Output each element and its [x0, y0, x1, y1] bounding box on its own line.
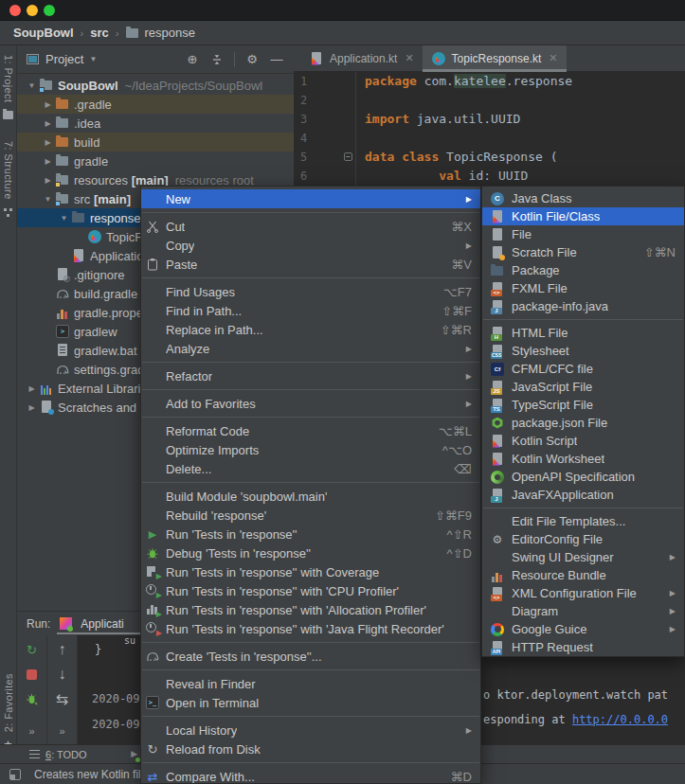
menu-item-run-tests-in-response-with-coverage[interactable]: ▶Run 'Tests in 'response'' with Coverage: [141, 562, 480, 581]
menu-item-html-file[interactable]: HHTML File: [482, 324, 684, 342]
chevron-down-icon[interactable]: ▼: [89, 55, 97, 63]
menu-item-reformat-code[interactable]: Reformat Code⌥⌘L: [141, 421, 480, 440]
arrow-up-icon[interactable]: ↑: [55, 642, 70, 657]
gear-icon[interactable]: ⚙: [243, 52, 261, 66]
menu-item-reload-from-disk[interactable]: ↻Reload from Disk: [141, 739, 480, 758]
breadcrumb-src[interactable]: src: [90, 26, 109, 40]
tab-todo[interactable]: 6: TODO: [21, 745, 95, 763]
menu-item-cut[interactable]: Cut⌘X: [141, 217, 480, 236]
menu-item-create-tests-in-response[interactable]: Create 'Tests in 'response''...: [141, 647, 480, 666]
tab-application-kt[interactable]: Application.kt ✕: [300, 45, 423, 71]
expand-arrow-icon[interactable]: ▶: [25, 384, 39, 393]
hide-panel-icon[interactable]: —: [267, 52, 286, 66]
menu-item-kotlin-file-class[interactable]: Kotlin File/Class: [482, 207, 684, 225]
menu-item-analyze[interactable]: Analyze▶: [141, 339, 480, 358]
locate-icon[interactable]: ⊕: [183, 52, 202, 66]
collapse-arrow-icon[interactable]: ▼: [41, 195, 55, 204]
menu-item-google-guice[interactable]: Google Guice▶: [482, 620, 684, 638]
menu-item-fxml-file[interactable]: <>FXML File: [482, 279, 684, 297]
menu-item-debug-tests-in-response[interactable]: Debug 'Tests in 'response''^⇧D: [141, 543, 480, 562]
menu-item-add-to-favorites[interactable]: Add to Favorites▶: [141, 394, 480, 413]
breadcrumb-response[interactable]: response: [144, 26, 194, 40]
close-window-button[interactable]: [9, 5, 21, 16]
menu-item-refactor[interactable]: Refactor▶: [141, 366, 480, 385]
run-config-name[interactable]: Applicati: [81, 617, 123, 631]
menu-item-java-class[interactable]: CJava Class: [482, 189, 684, 207]
menu-item-editorconfig-file[interactable]: ⚙EditorConfig File: [482, 530, 684, 548]
expand-arrow-icon[interactable]: ▶: [41, 100, 55, 109]
menu-item-swing-ui-designer[interactable]: Swing UI Designer▶: [482, 548, 684, 566]
rerun-icon[interactable]: ↻: [25, 642, 40, 657]
zoom-window-button[interactable]: [44, 5, 55, 16]
fold-marker-icon[interactable]: −: [344, 152, 352, 161]
menu-item-resource-bundle[interactable]: Resource Bundle: [482, 566, 684, 584]
menu-item-delete[interactable]: Delete...⌫: [141, 459, 480, 478]
menu-item-package-info-java[interactable]: Jpackage-info.java: [482, 297, 684, 315]
collapse-all-icon[interactable]: [207, 54, 226, 65]
menu-item-http-request[interactable]: APIHTTP Request: [482, 638, 684, 656]
menu-item-cfml-cfc-file[interactable]: CfCFML/CFC file: [482, 360, 684, 378]
tree-item-idea[interactable]: ▶.idea: [17, 114, 294, 133]
rerun-failed-tests-icon[interactable]: [25, 691, 40, 706]
menu-item-file[interactable]: File: [482, 225, 684, 243]
tree-item-build[interactable]: ▶build: [17, 133, 294, 151]
tool-window-switcher-icon[interactable]: [8, 767, 23, 782]
menu-item-package-json-file[interactable]: package.json File: [482, 414, 684, 432]
menu-item-xml-configuration-file[interactable]: <>XML Configuration File▶: [482, 584, 684, 602]
menu-item-rebuild-response[interactable]: Rebuild 'response'⇧⌘F9: [141, 506, 480, 525]
tree-item-soupbowl[interactable]: ▼SoupBowl~/IdeaProjects/SoupBowl: [17, 76, 294, 95]
console-link[interactable]: http://0.0.0.0: [572, 713, 668, 726]
menu-item-optimize-imports[interactable]: Optimize Imports^⌥O: [141, 440, 480, 459]
code-area[interactable]: 1package com.katelee.response23import ja…: [294, 72, 685, 186]
code-line-5[interactable]: 5−data class TopicResponse (: [294, 148, 685, 167]
minimize-window-button[interactable]: [27, 5, 38, 16]
menu-item-scratch-file[interactable]: Scratch File⇧⌘N: [482, 243, 684, 261]
menu-item-openapi-specification[interactable]: OpenAPI Specification: [482, 468, 684, 486]
menu-item-kotlin-worksheet[interactable]: Kotlin Worksheet: [482, 450, 684, 468]
expand-arrow-icon[interactable]: ▶: [41, 176, 55, 185]
menu-item-copy[interactable]: Copy▶: [141, 236, 480, 255]
menu-item-open-in-terminal[interactable]: >_Open in Terminal: [141, 693, 480, 712]
menu-item-local-history[interactable]: Local History▶: [141, 721, 480, 739]
menu-item-reveal-in-finder[interactable]: Reveal in Finder: [141, 674, 480, 693]
menu-item-kotlin-script[interactable]: Kotlin Script: [482, 432, 684, 450]
menu-item-diagram[interactable]: Diagram▶: [482, 602, 684, 620]
tree-item-gradle[interactable]: ▶.gradle: [17, 95, 294, 114]
project-panel-title[interactable]: Project: [45, 52, 83, 66]
sidebar-item-favorites[interactable]: 2: Favorites ★: [1, 673, 16, 752]
collapse-arrow-icon[interactable]: ▼: [57, 214, 71, 223]
expand-arrow-icon[interactable]: ▶: [41, 119, 55, 128]
kotlin-run-config-icon[interactable]: [58, 616, 73, 632]
menu-item-run-tests-in-response-with-allocation-prof[interactable]: ▶Run 'Tests in 'response'' with 'Allocat…: [141, 600, 480, 619]
expand-arrow-icon[interactable]: ▶: [41, 157, 55, 166]
breadcrumb-project[interactable]: SoupBowl: [13, 26, 74, 40]
menu-item-run-tests-in-response-with-cpu-profiler[interactable]: ▶Run 'Tests in 'response'' with 'CPU Pro…: [141, 581, 480, 600]
menu-item-stylesheet[interactable]: CSSStylesheet: [482, 342, 684, 360]
sidebar-item-structure[interactable]: 7: Structure: [1, 141, 16, 220]
arrow-down-icon[interactable]: ↓: [55, 667, 70, 682]
collapse-arrow-icon[interactable]: ▼: [25, 81, 39, 90]
more-actions-icon[interactable]: »: [28, 725, 34, 737]
menu-item-paste[interactable]: Paste⌘V: [141, 255, 480, 274]
code-line-3[interactable]: 3import java.util.UUID: [294, 110, 685, 129]
stop-icon[interactable]: [25, 667, 40, 682]
menu-item-new[interactable]: New▶: [141, 189, 480, 208]
code-line-4[interactable]: 4: [294, 129, 685, 148]
code-line-1[interactable]: 1package com.katelee.response: [294, 72, 685, 91]
close-icon[interactable]: ✕: [549, 52, 557, 64]
menu-item-find-in-path[interactable]: Find in Path...⇧⌘F: [141, 301, 480, 320]
expand-arrow-icon[interactable]: ▶: [41, 138, 55, 147]
menu-item-run-tests-in-response[interactable]: ▶Run 'Tests in 'response''^⇧R: [141, 525, 480, 543]
soft-wrap-icon[interactable]: ⇆: [55, 691, 70, 706]
tab-topicresponse-kt[interactable]: TopicResponse.kt ✕: [423, 45, 567, 71]
close-icon[interactable]: ✕: [405, 52, 413, 64]
menu-item-compare-with[interactable]: ⇄Compare With...⌘D: [141, 767, 480, 784]
menu-item-find-usages[interactable]: Find Usages⌥F7: [141, 282, 480, 301]
menu-item-javafxapplication[interactable]: JJavaFXApplication: [482, 486, 684, 504]
tree-item-gradle[interactable]: ▶gradle: [17, 151, 294, 170]
menu-item-build-module-soupbowl-main[interactable]: Build Module 'soupbowl.main': [141, 487, 480, 506]
menu-item-run-tests-in-response-with-java-flight-rec[interactable]: ▶Run 'Tests in 'response'' with 'Java Fl…: [141, 619, 480, 638]
code-line-2[interactable]: 2: [294, 91, 685, 110]
menu-item-package[interactable]: Package: [482, 261, 684, 279]
menu-item-typescript-file[interactable]: TSTypeScript File: [482, 396, 684, 414]
